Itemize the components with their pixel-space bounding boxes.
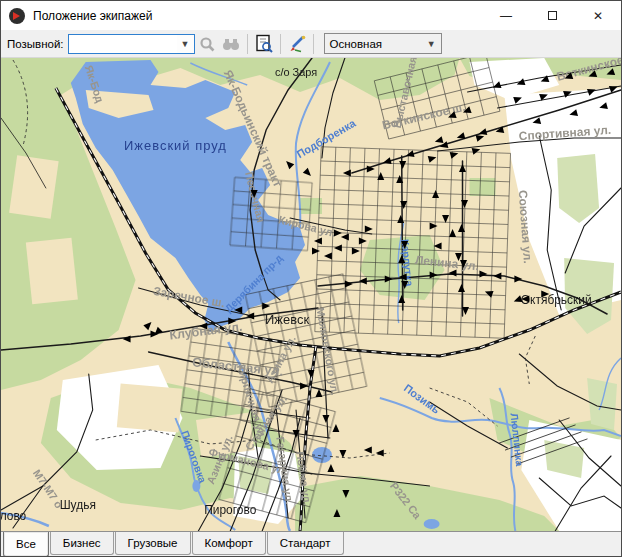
- tab-business[interactable]: Бизнес: [50, 532, 114, 555]
- map-label: с/о Заря: [275, 66, 317, 78]
- minimize-button[interactable]: —: [483, 1, 529, 30]
- map-label: Шудья: [60, 498, 96, 512]
- tab-standard[interactable]: Стандарт: [267, 532, 344, 555]
- style-brush-icon[interactable]: [286, 33, 308, 55]
- map-canvas[interactable]: с/о ЗаряИжевский прудИжевскОктябрьскийШу…: [1, 58, 621, 531]
- binoculars-icon[interactable]: [220, 33, 242, 55]
- window-title: Положение экипажей: [33, 9, 152, 23]
- map-area[interactable]: с/о ЗаряИжевский прудИжевскОктябрьскийШу…: [1, 58, 621, 531]
- chevron-down-icon: ▼: [427, 39, 436, 49]
- map-label: лово: [1, 509, 27, 523]
- tab-all[interactable]: Все: [3, 532, 49, 557]
- map-label: Ижевск: [265, 312, 309, 327]
- map-label: Ижевский пруд: [124, 138, 227, 153]
- toolbar: Позывной: ▼ Основная ▼: [1, 30, 621, 58]
- map-label: Пирогово: [204, 503, 256, 517]
- close-icon: ✕: [593, 9, 603, 23]
- title-bar[interactable]: Положение экипажей — ✕: [1, 1, 621, 30]
- app-icon: [9, 8, 25, 24]
- maximize-button[interactable]: [529, 1, 575, 30]
- callsign-combobox[interactable]: ▼: [68, 34, 195, 54]
- close-button[interactable]: ✕: [575, 1, 621, 30]
- app-window: Положение экипажей — ✕ Позывной: ▼ Основ: [0, 0, 622, 557]
- callsign-label: Позывной:: [7, 38, 64, 50]
- tab-cargo[interactable]: Грузовые: [115, 532, 191, 555]
- tab-comfort[interactable]: Комфорт: [192, 532, 266, 555]
- search-icon[interactable]: [196, 33, 218, 55]
- callsign-input[interactable]: [69, 35, 177, 53]
- toolbar-separator: [247, 34, 248, 54]
- map-profile-value: Основная: [330, 38, 383, 50]
- maximize-icon: [548, 11, 557, 20]
- chevron-down-icon[interactable]: ▼: [177, 35, 194, 53]
- minimize-icon: —: [500, 9, 512, 23]
- category-tabbar: Все Бизнес Грузовые Комфорт Стандарт: [1, 531, 621, 557]
- toolbar-separator: [313, 34, 314, 54]
- map-profile-select[interactable]: Основная ▼: [324, 33, 442, 54]
- toolbar-separator: [280, 34, 281, 54]
- map-label: Октябрьский: [521, 293, 592, 307]
- preview-icon[interactable]: [253, 33, 275, 55]
